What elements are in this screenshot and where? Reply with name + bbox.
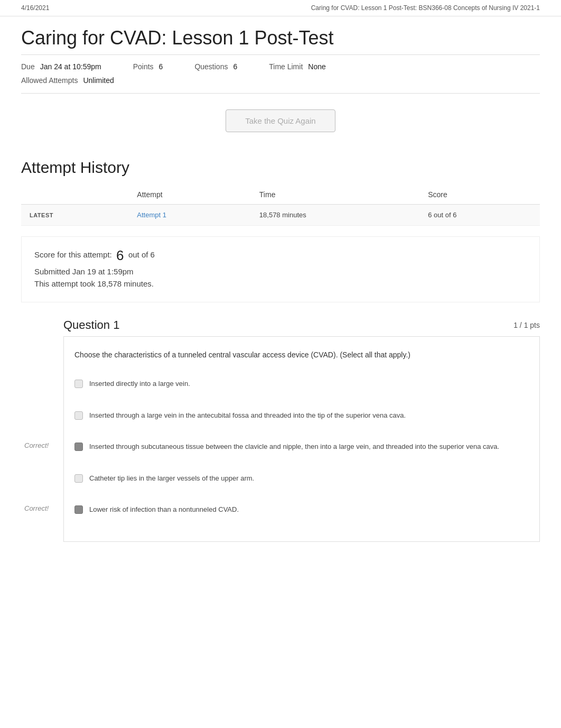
allowed-attempts-label: Allowed Attempts: [21, 76, 78, 85]
answer-text-5: Lower risk of infection than a nontunnel…: [89, 504, 239, 515]
answer-option-4: Catheter tip lies in the larger vessels …: [74, 468, 529, 489]
top-bar: 4/16/2021 Caring for CVAD: Lesson 1 Post…: [0, 0, 561, 16]
correct-label-5: Correct!: [24, 504, 49, 512]
questions-item: Questions 6: [194, 62, 237, 71]
questions-label: Questions: [194, 62, 228, 71]
page-title: Caring for CVAD: Lesson 1 Post-Test: [0, 16, 561, 54]
answer-option-3: Correct! Inserted through subcutaneous t…: [74, 436, 529, 457]
latest-badge: LATEST: [21, 205, 128, 226]
attempt-detail-box: Score for this attempt: 6 out of 6 Submi…: [21, 236, 540, 302]
take-quiz-button[interactable]: Take the Quiz Again: [226, 109, 335, 132]
answer-text-2: Inserted through a large vein in the ant…: [89, 410, 406, 421]
checkbox-2: [74, 411, 83, 420]
date-label: 4/16/2021: [21, 4, 49, 12]
col-time: Time: [251, 185, 419, 205]
checkbox-1: [74, 380, 83, 388]
checkbox-5: [74, 505, 83, 514]
due-value: Jan 24 at 10:59pm: [40, 62, 101, 71]
meta-row-1: Due Jan 24 at 10:59pm Points 6 Questions…: [0, 55, 561, 74]
points-item: Points 6: [133, 62, 163, 71]
question-1-text: Choose the characteristics of a tunneled…: [74, 349, 529, 361]
points-label: Points: [133, 62, 154, 71]
submitted-line: Submitted Jan 19 at 1:59pm: [34, 267, 527, 276]
breadcrumb: Caring for CVAD: Lesson 1 Post-Test: BSN…: [311, 4, 540, 12]
score-out-of: out of 6: [128, 250, 155, 259]
score-number: 6: [116, 247, 124, 263]
question-1-title: Question 1: [63, 318, 119, 332]
question-1-block: Question 1 1 / 1 pts Choose the characte…: [63, 313, 540, 542]
answer-text-3: Inserted through subcutaneous tissue bet…: [89, 441, 499, 452]
due-label: Due: [21, 62, 35, 71]
time-limit-label: Time Limit: [269, 62, 303, 71]
table-row: LATEST Attempt 1 18,578 minutes 6 out of…: [21, 205, 540, 226]
col-attempt: Attempt: [128, 185, 251, 205]
question-1-pts: 1 / 1 pts: [513, 321, 540, 329]
due-item: Due Jan 24 at 10:59pm: [21, 62, 101, 71]
attempt-history-table: Attempt Time Score LATEST Attempt 1 18,5…: [21, 185, 540, 226]
took-line: This attempt took 18,578 minutes.: [34, 279, 527, 288]
score-label: Score for this attempt:: [34, 250, 112, 259]
correct-label-3: Correct!: [24, 441, 49, 449]
take-quiz-section: Take the Quiz Again: [0, 94, 561, 153]
attempt-cell: Attempt 1: [128, 205, 251, 226]
time-limit-item: Time Limit None: [269, 62, 326, 71]
col-score: Score: [419, 185, 540, 205]
allowed-attempts-value: Unlimited: [83, 76, 114, 85]
answer-text-4: Catheter tip lies in the larger vessels …: [89, 473, 254, 484]
checkbox-4: [74, 474, 83, 483]
answer-text-1: Inserted directly into a large vein.: [89, 379, 190, 389]
question-1-body: Choose the characteristics of a tunneled…: [63, 336, 540, 542]
time-cell: 18,578 minutes: [251, 205, 419, 226]
points-value: 6: [159, 62, 163, 71]
question-1-header: Question 1 1 / 1 pts: [63, 313, 540, 336]
answer-option-5: Correct! Lower risk of infection than a …: [74, 499, 529, 520]
attempt-history-title: Attempt History: [0, 153, 561, 185]
answer-option-1: Inserted directly into a large vein.: [74, 373, 529, 394]
score-line: Score for this attempt: 6 out of 6: [34, 247, 527, 264]
meta-row-2: Allowed Attempts Unlimited: [0, 74, 561, 93]
questions-value: 6: [233, 62, 237, 71]
checkbox-3: [74, 443, 83, 451]
col-empty: [21, 185, 128, 205]
score-cell: 6 out of 6: [419, 205, 540, 226]
time-limit-value: None: [308, 62, 325, 71]
answer-option-2: Inserted through a large vein in the ant…: [74, 405, 529, 426]
attempt-link[interactable]: Attempt 1: [137, 211, 166, 219]
